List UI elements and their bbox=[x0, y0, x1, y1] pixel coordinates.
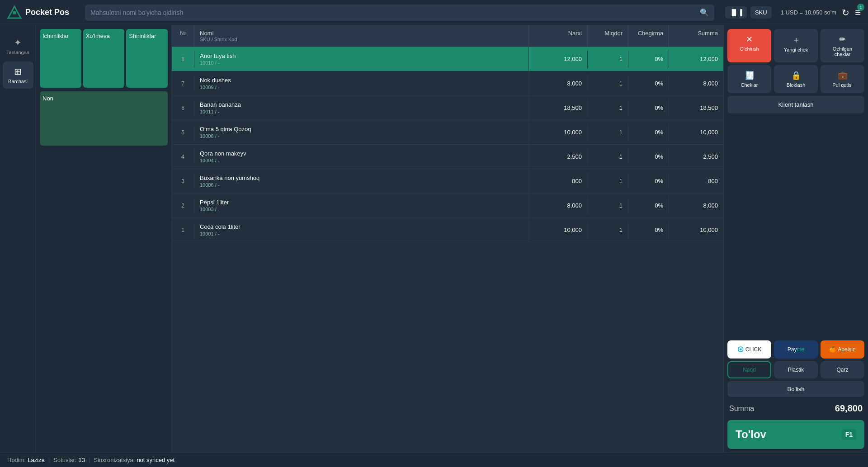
td-price: 800 bbox=[529, 172, 588, 190]
td-disc: 0% bbox=[628, 123, 669, 141]
th-miqdor: Miqdor bbox=[588, 25, 628, 47]
topbar: Pocket Pos 🔍 ▐▌▐ SKU 1 USD = 10,950 so'm… bbox=[0, 0, 868, 25]
qarz-pay-btn[interactable]: Qarz bbox=[821, 361, 864, 378]
td-name: Coca cola 1liter 10001 / - bbox=[194, 218, 529, 242]
td-name: Anor tuya tish 10010 / - bbox=[194, 47, 529, 71]
cat-shirinliklar[interactable]: Shirinliklar bbox=[126, 29, 168, 88]
search-input[interactable] bbox=[90, 9, 696, 16]
td-price: 10,000 bbox=[529, 123, 588, 141]
main-layout: ✦ Tanlangan ⊞ Barchasi Ichimliklar Xo'lm… bbox=[0, 25, 868, 453]
td-qty: 1 bbox=[588, 197, 628, 214]
plus-icon: ＋ bbox=[792, 34, 800, 45]
barchasi-icon: ⊞ bbox=[14, 66, 22, 77]
td-qty: 1 bbox=[588, 148, 628, 165]
cat-ichimliklar[interactable]: Ichimliklar bbox=[40, 29, 81, 88]
ochilgan-cheklar-btn[interactable]: ✏ 1 Ochilgan cheklar bbox=[821, 29, 864, 62]
table-header: № Nomi SKU / Shtrix Kod Narxi Miqdor Che… bbox=[172, 25, 723, 47]
td-price: 2,500 bbox=[529, 148, 588, 165]
td-qty: 1 bbox=[588, 99, 628, 117]
td-num: 7 bbox=[172, 75, 194, 92]
bloklash-btn[interactable]: 🔒 Bloklash bbox=[774, 65, 818, 93]
naqd-pay-btn[interactable]: Naqd bbox=[727, 361, 771, 378]
td-num: 2 bbox=[172, 197, 194, 214]
td-sum: 10,000 bbox=[669, 123, 723, 141]
th-name: Nomi SKU / Shtrix Kod bbox=[194, 25, 529, 47]
right-panel: ✕ O'chirish ＋ Yangi chek ✏ 1 Ochilgan ch… bbox=[723, 25, 868, 453]
klient-tanlash-btn[interactable]: Klient tanlash bbox=[727, 96, 864, 113]
td-name: Olma 5 qirra Qozoq 10008 / - bbox=[194, 120, 529, 144]
td-price: 18,500 bbox=[529, 99, 588, 117]
td-price: 8,000 bbox=[529, 75, 588, 92]
app-name: Pocket Pos bbox=[25, 8, 69, 17]
bolish-btn[interactable]: Bo'lish bbox=[727, 381, 864, 397]
payme-pay-btn[interactable]: Payme bbox=[774, 340, 818, 359]
td-price: 8,000 bbox=[529, 197, 588, 214]
hodim-value: Laziza bbox=[28, 457, 45, 463]
plastik-pay-btn[interactable]: Plastik bbox=[774, 361, 818, 378]
table-row[interactable]: 6 Banan bananza 10011 / - 18,500 1 0% 18… bbox=[172, 96, 723, 120]
payme-label: Payme bbox=[788, 346, 804, 353]
summa-value: 69,800 bbox=[835, 403, 863, 414]
table-row[interactable]: 7 Nok dushes 10009 / - 8,000 1 0% 8,000 bbox=[172, 71, 723, 96]
yangi-chek-btn[interactable]: ＋ Yangi chek bbox=[774, 29, 818, 62]
sotuvlar-label: Sotuvlar: bbox=[53, 457, 76, 463]
cheklar-btn[interactable]: 🧾 Cheklar bbox=[727, 65, 771, 93]
ochirish-btn[interactable]: ✕ O'chirish bbox=[727, 29, 771, 62]
td-qty: 1 bbox=[588, 50, 628, 68]
sinxronizatsiya-label: Sinxronizatsiya: bbox=[94, 457, 135, 463]
td-disc: 0% bbox=[628, 197, 669, 214]
category-panel: Ichimliklar Xo'lmeva Shirinliklar Non bbox=[36, 25, 172, 453]
tanlangan-icon: ✦ bbox=[14, 37, 22, 48]
lock-icon: 🔒 bbox=[791, 71, 801, 80]
td-price: 12,000 bbox=[529, 50, 588, 68]
table-row[interactable]: 5 Olma 5 qirra Qozoq 10008 / - 10,000 1 … bbox=[172, 120, 723, 145]
td-name: Pepsi 1liter 10003 / - bbox=[194, 193, 529, 217]
apelsin-pay-btn[interactable]: 🍊 Apelsin bbox=[821, 340, 864, 359]
search-bar: 🔍 bbox=[85, 5, 714, 21]
table-row[interactable]: 4 Qora non makeyv 10004 / - 2,500 1 0% 2… bbox=[172, 145, 723, 169]
barcode-btn[interactable]: ▐▌▐ bbox=[725, 6, 747, 19]
cat-non[interactable]: Non bbox=[40, 91, 168, 146]
td-num: 6 bbox=[172, 99, 194, 117]
category-grid-bottom: Non bbox=[40, 91, 168, 146]
td-qty: 1 bbox=[588, 221, 628, 239]
apelsin-icon: 🍊 bbox=[829, 346, 836, 353]
sotuvlar-value: 13 bbox=[78, 457, 85, 463]
td-num: 3 bbox=[172, 173, 194, 190]
sidebar-item-barchasi[interactable]: ⊞ Barchasi bbox=[3, 61, 33, 89]
sku-btn[interactable]: SKU bbox=[750, 6, 772, 19]
receipt-icon: 🧾 bbox=[745, 71, 755, 80]
table-row[interactable]: 8 Anor tuya tish 10010 / - 12,000 1 0% 1… bbox=[172, 47, 723, 71]
spacer bbox=[727, 116, 864, 338]
td-qty: 1 bbox=[588, 123, 628, 141]
tolov-btn[interactable]: To'lov F1 bbox=[727, 420, 864, 449]
th-chegirma: Chegirma bbox=[628, 25, 669, 47]
td-disc: 0% bbox=[628, 75, 669, 92]
cat-xolmeva[interactable]: Xo'lmeva bbox=[83, 29, 125, 88]
hodim-label: Hodim: bbox=[7, 457, 26, 463]
click-pay-btn[interactable]: ⦿ CLICK bbox=[727, 340, 771, 359]
sidebar-item-tanlangan[interactable]: ✦ Tanlangan bbox=[3, 33, 33, 60]
action-grid-2: 🧾 Cheklar 🔒 Bloklash 💼 Pul qutisi bbox=[727, 65, 864, 93]
td-sum: 8,000 bbox=[669, 197, 723, 214]
category-grid-top: Ichimliklar Xo'lmeva Shirinliklar bbox=[40, 29, 168, 90]
table-row[interactable]: 3 Buxanka non yumshoq 10006 / - 800 1 0%… bbox=[172, 169, 723, 193]
summa-label: Summa bbox=[729, 405, 754, 413]
th-num: № bbox=[172, 25, 194, 47]
pul-qutisi-btn[interactable]: 💼 Pul qutisi bbox=[821, 65, 864, 93]
items-panel: № Nomi SKU / Shtrix Kod Narxi Miqdor Che… bbox=[172, 25, 723, 453]
td-sum: 10,000 bbox=[669, 221, 723, 239]
td-name: Banan bananza 10011 / - bbox=[194, 96, 529, 120]
td-disc: 0% bbox=[628, 172, 669, 190]
sep1: | bbox=[48, 457, 50, 463]
action-grid: ✕ O'chirish ＋ Yangi chek ✏ 1 Ochilgan ch… bbox=[727, 29, 864, 62]
sidebar: ✦ Tanlangan ⊞ Barchasi bbox=[0, 25, 36, 453]
table-row[interactable]: 2 Pepsi 1liter 10003 / - 8,000 1 0% 8,00… bbox=[172, 193, 723, 218]
sidebar-item-label-tanlangan: Tanlangan bbox=[6, 50, 29, 55]
tolov-label: To'lov bbox=[736, 428, 766, 441]
td-disc: 0% bbox=[628, 99, 669, 117]
exchange-rate: 1 USD = 10,950 so'm bbox=[781, 9, 837, 16]
refresh-btn[interactable]: ↻ bbox=[842, 7, 849, 18]
table-row[interactable]: 1 Coca cola 1liter 10001 / - 10,000 1 0%… bbox=[172, 218, 723, 242]
td-name: Buxanka non yumshoq 10006 / - bbox=[194, 169, 529, 193]
